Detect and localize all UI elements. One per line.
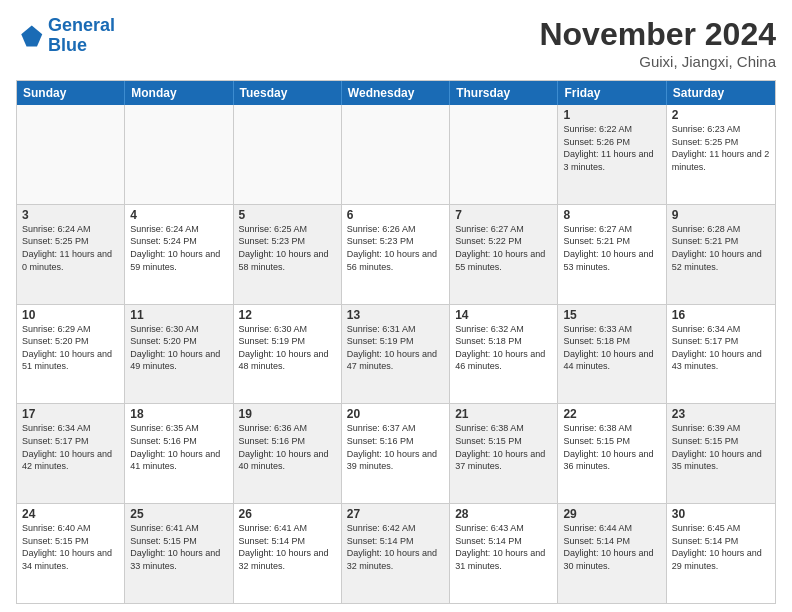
calendar-cell: 1Sunrise: 6:22 AM Sunset: 5:26 PM Daylig…	[558, 105, 666, 204]
header-day-friday: Friday	[558, 81, 666, 105]
header-day-sunday: Sunday	[17, 81, 125, 105]
day-number: 3	[22, 208, 119, 222]
calendar-cell	[450, 105, 558, 204]
logo-line1: General	[48, 15, 115, 35]
calendar-cell: 22Sunrise: 6:38 AM Sunset: 5:15 PM Dayli…	[558, 404, 666, 503]
calendar-cell: 12Sunrise: 6:30 AM Sunset: 5:19 PM Dayli…	[234, 305, 342, 404]
day-info: Sunrise: 6:41 AM Sunset: 5:15 PM Dayligh…	[130, 522, 227, 572]
calendar-cell: 19Sunrise: 6:36 AM Sunset: 5:16 PM Dayli…	[234, 404, 342, 503]
day-info: Sunrise: 6:37 AM Sunset: 5:16 PM Dayligh…	[347, 422, 444, 472]
calendar-cell: 26Sunrise: 6:41 AM Sunset: 5:14 PM Dayli…	[234, 504, 342, 603]
calendar-week-5: 24Sunrise: 6:40 AM Sunset: 5:15 PM Dayli…	[17, 504, 775, 603]
day-info: Sunrise: 6:41 AM Sunset: 5:14 PM Dayligh…	[239, 522, 336, 572]
day-number: 4	[130, 208, 227, 222]
main-title: November 2024	[539, 16, 776, 53]
calendar-cell	[17, 105, 125, 204]
calendar-cell: 18Sunrise: 6:35 AM Sunset: 5:16 PM Dayli…	[125, 404, 233, 503]
day-number: 29	[563, 507, 660, 521]
title-block: November 2024 Guixi, Jiangxi, China	[539, 16, 776, 70]
day-number: 12	[239, 308, 336, 322]
calendar-cell	[125, 105, 233, 204]
calendar-body: 1Sunrise: 6:22 AM Sunset: 5:26 PM Daylig…	[17, 105, 775, 603]
day-info: Sunrise: 6:23 AM Sunset: 5:25 PM Dayligh…	[672, 123, 770, 173]
svg-marker-0	[21, 25, 42, 46]
calendar-cell: 29Sunrise: 6:44 AM Sunset: 5:14 PM Dayli…	[558, 504, 666, 603]
calendar-cell: 14Sunrise: 6:32 AM Sunset: 5:18 PM Dayli…	[450, 305, 558, 404]
logo-line2: Blue	[48, 35, 87, 55]
day-info: Sunrise: 6:38 AM Sunset: 5:15 PM Dayligh…	[455, 422, 552, 472]
calendar-cell: 24Sunrise: 6:40 AM Sunset: 5:15 PM Dayli…	[17, 504, 125, 603]
calendar-cell: 8Sunrise: 6:27 AM Sunset: 5:21 PM Daylig…	[558, 205, 666, 304]
calendar-cell: 5Sunrise: 6:25 AM Sunset: 5:23 PM Daylig…	[234, 205, 342, 304]
calendar-cell: 20Sunrise: 6:37 AM Sunset: 5:16 PM Dayli…	[342, 404, 450, 503]
calendar-week-1: 1Sunrise: 6:22 AM Sunset: 5:26 PM Daylig…	[17, 105, 775, 205]
day-info: Sunrise: 6:36 AM Sunset: 5:16 PM Dayligh…	[239, 422, 336, 472]
calendar-cell	[234, 105, 342, 204]
calendar-week-4: 17Sunrise: 6:34 AM Sunset: 5:17 PM Dayli…	[17, 404, 775, 504]
day-number: 26	[239, 507, 336, 521]
day-number: 20	[347, 407, 444, 421]
day-info: Sunrise: 6:35 AM Sunset: 5:16 PM Dayligh…	[130, 422, 227, 472]
day-info: Sunrise: 6:33 AM Sunset: 5:18 PM Dayligh…	[563, 323, 660, 373]
calendar-cell: 30Sunrise: 6:45 AM Sunset: 5:14 PM Dayli…	[667, 504, 775, 603]
header-day-saturday: Saturday	[667, 81, 775, 105]
day-number: 11	[130, 308, 227, 322]
day-number: 24	[22, 507, 119, 521]
day-number: 16	[672, 308, 770, 322]
day-info: Sunrise: 6:43 AM Sunset: 5:14 PM Dayligh…	[455, 522, 552, 572]
day-info: Sunrise: 6:27 AM Sunset: 5:22 PM Dayligh…	[455, 223, 552, 273]
day-number: 14	[455, 308, 552, 322]
calendar-cell: 7Sunrise: 6:27 AM Sunset: 5:22 PM Daylig…	[450, 205, 558, 304]
day-number: 19	[239, 407, 336, 421]
day-number: 6	[347, 208, 444, 222]
day-number: 27	[347, 507, 444, 521]
calendar-cell: 21Sunrise: 6:38 AM Sunset: 5:15 PM Dayli…	[450, 404, 558, 503]
day-info: Sunrise: 6:38 AM Sunset: 5:15 PM Dayligh…	[563, 422, 660, 472]
calendar-cell: 6Sunrise: 6:26 AM Sunset: 5:23 PM Daylig…	[342, 205, 450, 304]
day-info: Sunrise: 6:25 AM Sunset: 5:23 PM Dayligh…	[239, 223, 336, 273]
day-info: Sunrise: 6:24 AM Sunset: 5:24 PM Dayligh…	[130, 223, 227, 273]
day-info: Sunrise: 6:39 AM Sunset: 5:15 PM Dayligh…	[672, 422, 770, 472]
header-day-wednesday: Wednesday	[342, 81, 450, 105]
day-number: 25	[130, 507, 227, 521]
calendar: SundayMondayTuesdayWednesdayThursdayFrid…	[16, 80, 776, 604]
calendar-cell: 15Sunrise: 6:33 AM Sunset: 5:18 PM Dayli…	[558, 305, 666, 404]
calendar-cell: 3Sunrise: 6:24 AM Sunset: 5:25 PM Daylig…	[17, 205, 125, 304]
day-number: 30	[672, 507, 770, 521]
header-day-monday: Monday	[125, 81, 233, 105]
day-number: 7	[455, 208, 552, 222]
day-number: 28	[455, 507, 552, 521]
day-info: Sunrise: 6:32 AM Sunset: 5:18 PM Dayligh…	[455, 323, 552, 373]
day-info: Sunrise: 6:34 AM Sunset: 5:17 PM Dayligh…	[22, 422, 119, 472]
header-day-tuesday: Tuesday	[234, 81, 342, 105]
day-info: Sunrise: 6:44 AM Sunset: 5:14 PM Dayligh…	[563, 522, 660, 572]
day-number: 22	[563, 407, 660, 421]
calendar-cell: 11Sunrise: 6:30 AM Sunset: 5:20 PM Dayli…	[125, 305, 233, 404]
calendar-week-3: 10Sunrise: 6:29 AM Sunset: 5:20 PM Dayli…	[17, 305, 775, 405]
day-info: Sunrise: 6:30 AM Sunset: 5:20 PM Dayligh…	[130, 323, 227, 373]
day-info: Sunrise: 6:42 AM Sunset: 5:14 PM Dayligh…	[347, 522, 444, 572]
calendar-cell: 4Sunrise: 6:24 AM Sunset: 5:24 PM Daylig…	[125, 205, 233, 304]
calendar-cell: 9Sunrise: 6:28 AM Sunset: 5:21 PM Daylig…	[667, 205, 775, 304]
day-info: Sunrise: 6:31 AM Sunset: 5:19 PM Dayligh…	[347, 323, 444, 373]
day-info: Sunrise: 6:28 AM Sunset: 5:21 PM Dayligh…	[672, 223, 770, 273]
calendar-cell: 16Sunrise: 6:34 AM Sunset: 5:17 PM Dayli…	[667, 305, 775, 404]
page: General Blue November 2024 Guixi, Jiangx…	[0, 0, 792, 612]
calendar-cell: 25Sunrise: 6:41 AM Sunset: 5:15 PM Dayli…	[125, 504, 233, 603]
day-number: 1	[563, 108, 660, 122]
day-number: 21	[455, 407, 552, 421]
day-info: Sunrise: 6:29 AM Sunset: 5:20 PM Dayligh…	[22, 323, 119, 373]
day-info: Sunrise: 6:30 AM Sunset: 5:19 PM Dayligh…	[239, 323, 336, 373]
calendar-cell: 27Sunrise: 6:42 AM Sunset: 5:14 PM Dayli…	[342, 504, 450, 603]
day-info: Sunrise: 6:34 AM Sunset: 5:17 PM Dayligh…	[672, 323, 770, 373]
calendar-cell: 10Sunrise: 6:29 AM Sunset: 5:20 PM Dayli…	[17, 305, 125, 404]
day-number: 13	[347, 308, 444, 322]
calendar-cell: 13Sunrise: 6:31 AM Sunset: 5:19 PM Dayli…	[342, 305, 450, 404]
day-info: Sunrise: 6:26 AM Sunset: 5:23 PM Dayligh…	[347, 223, 444, 273]
day-info: Sunrise: 6:22 AM Sunset: 5:26 PM Dayligh…	[563, 123, 660, 173]
day-number: 15	[563, 308, 660, 322]
logo-icon	[16, 22, 44, 50]
calendar-cell	[342, 105, 450, 204]
day-number: 18	[130, 407, 227, 421]
calendar-cell: 17Sunrise: 6:34 AM Sunset: 5:17 PM Dayli…	[17, 404, 125, 503]
